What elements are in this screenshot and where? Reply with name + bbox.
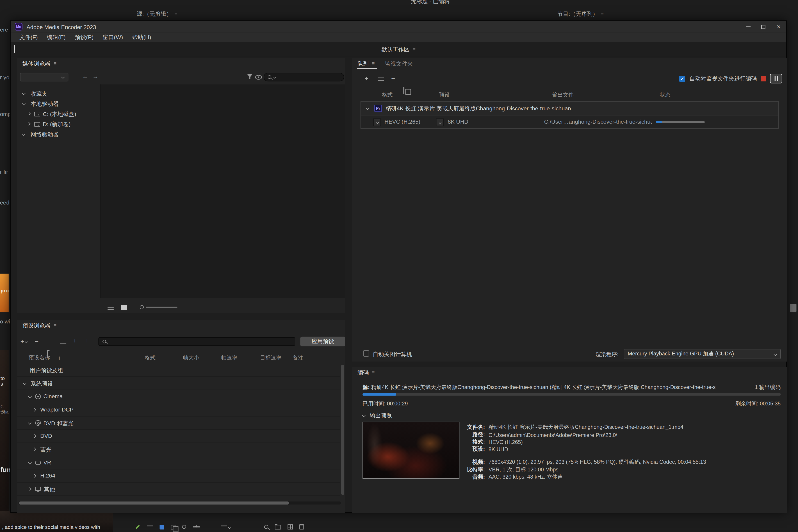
panel-menu-icon[interactable]: ≡ [174,12,177,17]
horizontal-scrollbar[interactable] [18,501,341,505]
preset-search-input[interactable] [98,337,296,346]
chevron-down-icon[interactable] [366,106,369,110]
chevron-down-icon[interactable] [23,381,26,385]
list-view-icon[interactable] [108,306,114,310]
folder-icon[interactable] [275,525,281,529]
source-monitor-tab[interactable]: 源:（无剪辑） ≡ [137,10,177,18]
slider-icon[interactable] [193,527,200,528]
chevron-down-icon[interactable] [28,461,32,464]
auto-encode-checkbox[interactable]: ✓ [679,75,685,81]
queue-job-header[interactable]: Pr 精研4K 长虹 演示片-美哉天府最终版Changhong-Discover… [361,102,778,116]
preset-dropdown[interactable] [436,118,443,126]
queue-job-group[interactable]: Pr 精研4K 长虹 演示片-美哉天府最终版Changhong-Discover… [360,101,779,129]
search-icon[interactable] [264,525,268,529]
location-dropdown[interactable] [20,73,68,81]
chevron-down-icon[interactable] [362,414,366,417]
tree-item-wraptor-dcp[interactable]: Wraptor DCP [17,403,340,417]
sort-arrow-icon[interactable]: ↑ [58,355,61,361]
remove-button[interactable]: − [391,75,395,82]
pause-button[interactable] [770,74,782,83]
add-source-button[interactable]: + [364,75,368,82]
output-preview-title[interactable]: 输出预览 [370,412,392,420]
tree-item-h264[interactable]: H.264 [17,469,340,483]
menu-file[interactable]: 文件(F) [15,33,42,41]
import-preset-icon[interactable]: ↓ [73,338,76,344]
forward-icon[interactable]: → [92,73,98,79]
column-frame-size[interactable]: 帧大小 [183,355,199,362]
format-dropdown[interactable] [373,118,381,126]
tree-item-dvd-bluray[interactable]: DVD 和蓝光 [17,416,340,430]
chevron-right-icon[interactable] [33,434,36,438]
pen-tool-icon[interactable] [135,525,140,529]
title-bar[interactable]: Me Adobe Media Encoder 2023 × [11,21,786,33]
list-icon[interactable] [147,525,153,529]
zoom-slider-handle[interactable] [140,305,144,309]
menu-help[interactable]: 帮助(H) [128,33,156,41]
chevron-down-icon[interactable] [22,102,25,106]
snap-icon[interactable] [159,525,164,529]
menu-edit[interactable]: 编辑(E) [42,33,70,41]
column-frame-rate[interactable]: 帧速率 [221,355,237,362]
job-output-file[interactable]: C:\User…anghong-Discover-the-true-sichua… [544,118,652,125]
program-monitor-tab[interactable]: 节目:（无序列） ≡ [557,10,604,18]
filter-icon[interactable] [247,74,252,77]
tree-item-drive-c[interactable]: C: (本地磁盘) [17,109,99,119]
tree-item-other[interactable]: 其他 [17,483,340,496]
delete-preset-button[interactable]: − [35,338,39,345]
thumbnail-view-icon[interactable] [121,305,127,310]
chevron-right-icon[interactable] [33,474,36,477]
tree-item-vr[interactable]: VR [17,456,340,470]
menu-icon[interactable] [221,525,231,529]
preset-settings-icon[interactable] [60,340,66,344]
panel-menu-icon[interactable]: ≡ [372,61,375,66]
menu-preset[interactable]: 预设(P) [70,33,98,41]
column-format[interactable]: 格式 [145,355,156,362]
tab-queue[interactable]: 队列 [358,60,369,67]
tree-item-cinema[interactable]: Cinema [17,390,340,403]
horizontal-scrollbar-thumb[interactable] [19,501,289,505]
tree-item-favorites[interactable]: 收藏夹 [17,89,99,99]
chevron-right-icon[interactable] [28,487,32,491]
panel-menu-icon[interactable]: ≡ [413,47,415,52]
chevron-right-icon[interactable] [33,448,36,451]
media-search-input[interactable] [264,73,344,81]
maximize-button[interactable] [756,21,771,33]
tree-item-dvd[interactable]: DVD [17,430,340,443]
zoom-slider-track[interactable] [146,307,177,308]
queue-settings-icon[interactable] [378,77,384,81]
tree-item-system-presets[interactable]: 系统预设 [17,377,340,390]
tree-item-drive-d[interactable]: D: (新加卷) [17,119,99,129]
job-preset[interactable]: 8K UHD [448,118,468,125]
tab-preset-browser[interactable]: 预设浏览器 [22,322,51,329]
workspace-tab[interactable]: 默认工作区 ≡ [381,45,415,53]
chevron-down-icon[interactable] [22,92,25,95]
chevron-down-icon[interactable] [28,395,32,398]
panel-menu-icon[interactable]: ≡ [54,323,57,328]
auto-shutdown-checkbox[interactable] [363,350,369,357]
job-format[interactable]: HEVC (H.265) [385,118,420,125]
minimize-button[interactable] [740,21,756,33]
export-preset-icon[interactable]: ↑ [86,338,88,344]
trash-icon[interactable] [299,524,304,530]
tab-watch-folders[interactable]: 监视文件夹 [385,60,413,67]
menu-window[interactable]: 窗口(W) [98,33,128,41]
tree-item-local-drives[interactable]: 本地驱动器 [17,99,99,109]
queue-output-row[interactable]: HEVC (H.265) 8K UHD C:\User…anghong-Disc… [361,116,778,128]
column-preset-name[interactable]: 预设名称 [28,355,50,362]
column-target-rate[interactable]: 目标速率 [260,355,281,362]
tree-item-user-presets[interactable]: 用户预设及组 [17,364,340,377]
chevron-down-icon[interactable] [28,421,32,425]
marker-icon[interactable] [182,525,186,529]
back-icon[interactable]: ← [82,73,88,79]
tree-item-network-drives[interactable]: 网络驱动器 [17,129,99,139]
close-button[interactable]: × [771,21,786,33]
panel-menu-icon[interactable]: ≡ [372,370,375,375]
tree-item-bluray[interactable]: 蓝光 [17,443,340,456]
chevron-right-icon[interactable] [27,112,31,116]
apply-preset-button[interactable]: 应用预设 [300,337,345,346]
chevron-down-icon[interactable] [22,132,25,136]
panel-menu-icon[interactable]: ≡ [54,61,57,66]
grid-icon[interactable] [288,524,293,530]
new-preset-button[interactable]: + [20,338,27,345]
copy-icon[interactable] [171,525,175,529]
